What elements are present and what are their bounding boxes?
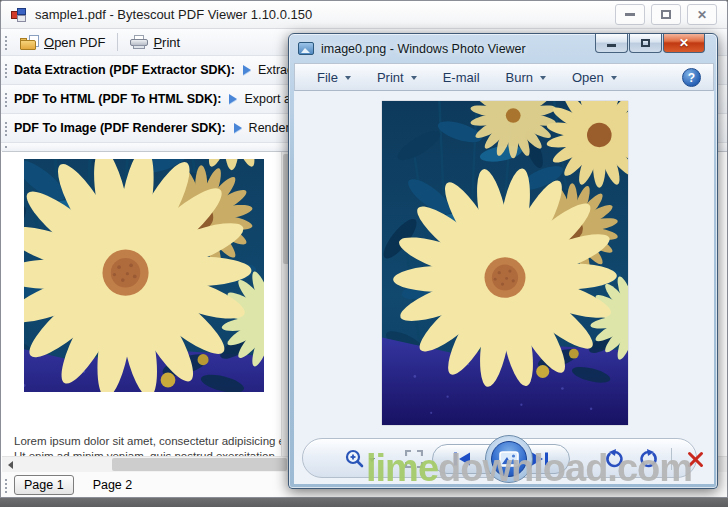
- delete-icon: [687, 451, 704, 468]
- photo-viewer-window: image0.png - Windows Photo Viewer ✕ File…: [288, 33, 718, 489]
- pdf-titlebar: sample1.pdf - Bytescout PDF Viewer 1.10.…: [1, 1, 727, 29]
- rotate-ccw-button[interactable]: [599, 439, 629, 479]
- open-pdf-label: Open PDF: [44, 35, 105, 50]
- previous-button[interactable]: [441, 439, 483, 479]
- play-arrow-icon: [234, 123, 242, 133]
- document-text-line1: Lorem ipsum dolor sit amet, consectetur …: [14, 435, 285, 447]
- actual-size-button[interactable]: [399, 439, 429, 479]
- scroll-left-button[interactable]: [2, 457, 18, 472]
- photo-toolbar: [302, 438, 697, 478]
- toolbar-grip[interactable]: [4, 91, 8, 108]
- actual-size-icon: [405, 450, 423, 468]
- slideshow-button[interactable]: [485, 435, 533, 483]
- menu-open[interactable]: Open: [572, 70, 617, 85]
- maximize-icon: [661, 10, 671, 19]
- minimize-icon: [607, 44, 616, 47]
- next-icon: [530, 451, 550, 467]
- toolbar-grip[interactable]: [4, 62, 8, 79]
- photo-viewer-title: image0.png - Windows Photo Viewer: [321, 42, 526, 56]
- previous-icon: [452, 451, 472, 467]
- photo-viewer-menubar: File Print E-mail Burn Open ?: [294, 63, 714, 91]
- printer-icon: [130, 35, 148, 50]
- pv-minimize-button[interactable]: [595, 34, 628, 53]
- play-arrow-icon: [229, 94, 237, 104]
- pdf-maximize-button[interactable]: [651, 4, 681, 25]
- toolbar-grip[interactable]: [4, 144, 8, 150]
- pdf-page-flower-image: [24, 159, 264, 392]
- maximize-icon: [641, 39, 650, 47]
- html-sdk-label: PDF To HTML (PDF To HTML SDK):: [14, 92, 221, 106]
- print-button[interactable]: Print: [124, 32, 186, 53]
- zoom-icon: [344, 448, 366, 470]
- tab-page-2[interactable]: Page 2: [84, 476, 142, 494]
- desktop-edge-band: [0, 498, 728, 507]
- rotate-ccw-icon: [604, 449, 624, 469]
- horizontal-scrollbar-thumb[interactable]: [112, 458, 287, 471]
- menu-file[interactable]: File: [317, 70, 351, 85]
- chevron-down-icon: [540, 76, 546, 80]
- toolbar-grip[interactable]: [4, 120, 8, 137]
- close-icon: ✕: [679, 37, 689, 49]
- toolbar-separator: [117, 33, 118, 51]
- scroll-left-icon: [8, 461, 13, 469]
- pdf-close-button[interactable]: ✕: [687, 4, 717, 25]
- rotate-cw-button[interactable]: [634, 439, 664, 479]
- open-folder-icon: [20, 35, 39, 50]
- menu-print[interactable]: Print: [377, 70, 417, 85]
- renderer-sdk-label: PDF To Image (PDF Renderer SDK):: [14, 121, 226, 135]
- minimize-icon: [625, 13, 635, 16]
- close-icon: ✕: [697, 9, 707, 21]
- menu-burn[interactable]: Burn: [506, 70, 546, 85]
- pdf-window-title: sample1.pdf - Bytescout PDF Viewer 1.10.…: [35, 7, 312, 22]
- rotate-cw-icon: [639, 449, 659, 469]
- delete-button[interactable]: [679, 439, 711, 479]
- tabstrip-grip[interactable]: [4, 477, 8, 493]
- chevron-down-icon: [369, 458, 375, 462]
- pv-maximize-button[interactable]: [629, 34, 662, 53]
- extractor-sdk-label: Data Extraction (PDF Extractor SDK):: [14, 63, 235, 77]
- pdf-app-icon: [11, 8, 27, 22]
- chevron-down-icon: [611, 76, 617, 80]
- chevron-down-icon: [411, 76, 417, 80]
- pv-close-button[interactable]: ✕: [663, 34, 705, 53]
- photo-image: [382, 101, 628, 425]
- play-arrow-icon: [243, 65, 251, 75]
- slideshow-icon: [498, 450, 520, 468]
- photo-viewer-content: [294, 91, 714, 484]
- zoom-button[interactable]: [339, 439, 379, 479]
- toolbar-separator: [671, 448, 672, 470]
- menu-email[interactable]: E-mail: [443, 70, 480, 85]
- tab-page-1[interactable]: Page 1: [14, 475, 74, 495]
- chevron-down-icon: [345, 76, 351, 80]
- photo-viewer-app-icon: [298, 42, 314, 55]
- print-label: Print: [153, 35, 180, 50]
- pdf-minimize-button[interactable]: [615, 4, 645, 25]
- help-button[interactable]: ?: [682, 68, 701, 87]
- toolbar-grip[interactable]: [4, 34, 8, 50]
- open-pdf-button[interactable]: Open PDF: [14, 32, 111, 53]
